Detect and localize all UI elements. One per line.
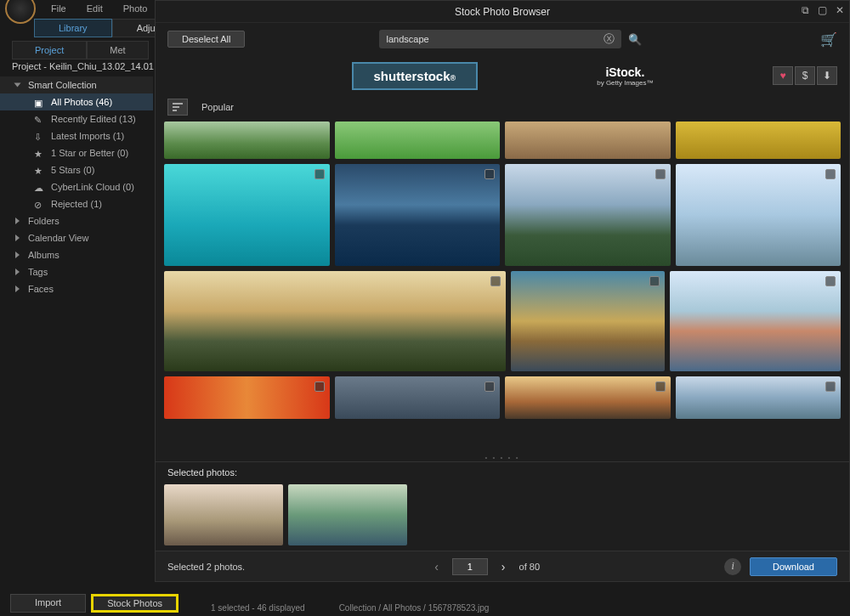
chevron-down-icon: [14, 83, 21, 88]
thumb[interactable]: [505, 122, 671, 159]
sort-row: Popular: [156, 96, 849, 118]
provider-istock[interactable]: iStock. by Getty Images™: [597, 65, 653, 87]
chevron-right-icon: [15, 218, 20, 224]
thumb[interactable]: [676, 376, 842, 419]
sidebar-tags[interactable]: Tags: [0, 263, 153, 280]
checkbox-icon[interactable]: [655, 381, 666, 392]
chevron-right-icon: [15, 251, 20, 258]
checkbox-icon[interactable]: [825, 276, 836, 286]
thumb[interactable]: [164, 271, 506, 371]
import-icon: ⇩: [34, 132, 46, 140]
checkbox-icon[interactable]: [825, 381, 836, 392]
dialog-title-bar: Stock Photo Browser ⧉ ▢ ✕: [156, 1, 849, 23]
cart-icon[interactable]: 🛒: [820, 31, 837, 48]
thumb[interactable]: [335, 122, 501, 159]
sidebar-smart-collection[interactable]: Smart Collection: [0, 76, 153, 93]
checkbox-icon[interactable]: [484, 169, 495, 179]
provider-row: shutterstock® iStock. by Getty Images™ ♥…: [156, 55, 849, 96]
tab-library[interactable]: Library: [34, 19, 112, 37]
sidebar-item-recently-edited[interactable]: ✎Recently Edited (13): [0, 110, 153, 127]
thumb[interactable]: [164, 164, 330, 266]
photo-grid: [156, 118, 849, 454]
favorites-icon[interactable]: ♥: [773, 66, 793, 85]
sort-button[interactable]: [167, 99, 188, 116]
sidebar-calendar[interactable]: Calendar View: [0, 229, 153, 246]
selected-count: Selected 2 photos.: [167, 562, 245, 572]
thumb[interactable]: [505, 164, 671, 266]
provider-shutterstock[interactable]: shutterstock®: [352, 62, 479, 90]
sidebar-item-1star[interactable]: ★1 Star or Better (0): [0, 144, 153, 161]
checkbox-icon[interactable]: [655, 169, 666, 179]
sidebar-faces[interactable]: Faces: [0, 280, 153, 297]
photos-icon: ▣: [34, 98, 46, 106]
chevron-right-icon: [15, 235, 20, 241]
selected-thumb[interactable]: [164, 484, 283, 545]
selected-thumb[interactable]: [288, 484, 407, 545]
thumb[interactable]: [164, 122, 330, 159]
checkbox-icon[interactable]: [649, 276, 660, 286]
dialog-footer: Selected 2 photos. ‹ › of 80 i Download: [156, 551, 849, 581]
search-row: Deselect All landscape ⓧ 🔍 🛒: [156, 23, 849, 55]
search-value: landscape: [386, 34, 428, 44]
subtab-meta[interactable]: Met: [87, 41, 148, 59]
thumb[interactable]: [505, 376, 671, 419]
search-icon[interactable]: 🔍: [628, 33, 642, 46]
popout-icon[interactable]: ⧉: [802, 4, 809, 16]
search-input[interactable]: landscape ⓧ: [379, 30, 621, 48]
dialog-title: Stock Photo Browser: [455, 6, 550, 18]
thumb[interactable]: [676, 122, 842, 159]
thumb[interactable]: [676, 164, 842, 266]
project-name: Project - Keilin_Chiu_13.02_14.01: [12, 61, 154, 71]
pager: ‹ › of 80: [429, 558, 540, 575]
page-total: of 80: [519, 562, 540, 572]
sub-tabs: Project Met: [12, 41, 149, 59]
menu-file[interactable]: File: [41, 1, 76, 16]
app-logo-icon: [5, 0, 36, 24]
thumb[interactable]: [670, 271, 841, 371]
price-icon[interactable]: $: [795, 66, 815, 85]
sidebar-item-rejected[interactable]: ⊘Rejected (1): [0, 195, 153, 212]
checkbox-icon[interactable]: [314, 381, 325, 392]
thumb[interactable]: [335, 164, 501, 266]
sort-label: Popular: [201, 102, 234, 112]
menu-edit[interactable]: Edit: [76, 1, 113, 16]
resize-handle[interactable]: • • • • •: [156, 454, 849, 461]
menu-photo[interactable]: Photo: [113, 1, 158, 16]
sidebar-item-latest-imports[interactable]: ⇩Latest Imports (1): [0, 127, 153, 144]
minimize-icon[interactable]: ▢: [818, 4, 827, 16]
thumb[interactable]: [335, 376, 501, 419]
star-icon: ★: [34, 149, 46, 157]
sidebar-item-all-photos[interactable]: ▣All Photos (46): [0, 93, 153, 110]
bottom-buttons: Import Stock Photos: [10, 594, 178, 613]
sidebar-albums[interactable]: Albums: [0, 246, 153, 263]
thumb[interactable]: [164, 376, 330, 419]
next-page-icon[interactable]: ›: [496, 560, 511, 574]
stock-photos-button[interactable]: Stock Photos: [91, 594, 178, 613]
stock-photo-dialog: Stock Photo Browser ⧉ ▢ ✕ Deselect All l…: [155, 0, 850, 582]
selected-photos-strip: [156, 483, 849, 551]
prev-page-icon[interactable]: ‹: [429, 560, 444, 574]
sidebar-folders[interactable]: Folders: [0, 212, 153, 229]
download-button[interactable]: Download: [750, 557, 837, 576]
cloud-icon: ☁: [34, 183, 46, 191]
download-queue-icon[interactable]: ⬇: [817, 66, 837, 85]
close-icon[interactable]: ✕: [836, 4, 844, 16]
checkbox-icon[interactable]: [314, 169, 325, 179]
status-bar: 1 selected - 46 displayed Collection / A…: [211, 603, 489, 613]
deselect-all-button[interactable]: Deselect All: [167, 31, 245, 48]
sidebar-item-5stars[interactable]: ★5 Stars (0): [0, 161, 153, 178]
import-button[interactable]: Import: [10, 594, 86, 613]
page-input[interactable]: [452, 558, 488, 575]
clear-search-icon[interactable]: ⓧ: [604, 31, 615, 47]
sidebar-item-cloud[interactable]: ☁CyberLink Cloud (0): [0, 178, 153, 195]
checkbox-icon[interactable]: [825, 169, 836, 179]
status-count: 1 selected - 46 displayed: [211, 603, 305, 613]
reject-icon: ⊘: [34, 200, 46, 208]
subtab-project[interactable]: Project: [12, 41, 87, 59]
selected-photos-header: Selected photos:: [156, 461, 849, 483]
thumb[interactable]: [511, 271, 665, 371]
sidebar: Smart Collection ▣All Photos (46) ✎Recen…: [0, 76, 153, 591]
checkbox-icon[interactable]: [484, 381, 495, 392]
info-icon[interactable]: i: [724, 558, 741, 575]
checkbox-icon[interactable]: [490, 276, 501, 286]
